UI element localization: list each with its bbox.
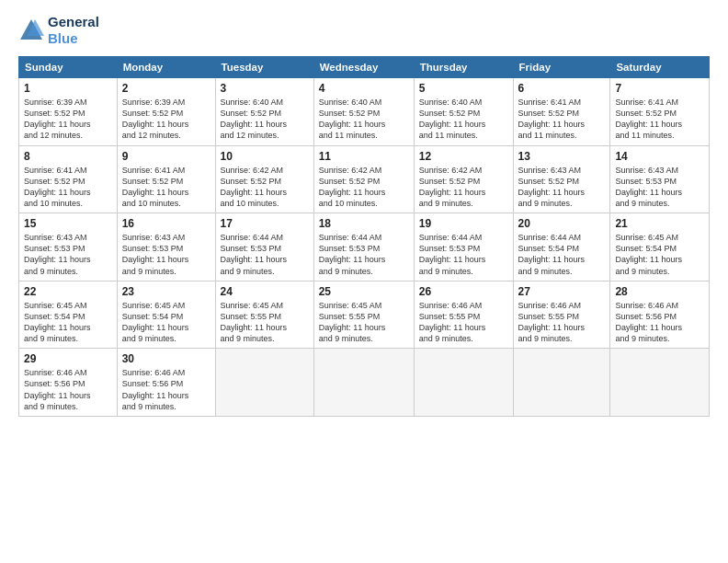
calendar-cell: 12Sunrise: 6:42 AMSunset: 5:52 PMDayligh…	[414, 145, 513, 213]
cell-info: Sunrise: 6:43 AMSunset: 5:53 PMDaylight:…	[122, 232, 210, 277]
logo: General Blue	[18, 14, 99, 47]
calendar-cell: 27Sunrise: 6:46 AMSunset: 5:55 PMDayligh…	[513, 281, 610, 349]
weekday-header-sunday: Sunday	[19, 57, 118, 78]
day-number: 2	[122, 82, 210, 95]
cell-info: Sunrise: 6:46 AMSunset: 5:56 PMDaylight:…	[24, 367, 112, 412]
calendar-cell	[313, 349, 414, 417]
day-number: 11	[319, 150, 409, 163]
calendar-cell	[513, 349, 610, 417]
day-number: 17	[221, 217, 309, 230]
calendar-cell: 10Sunrise: 6:42 AMSunset: 5:52 PMDayligh…	[215, 145, 313, 213]
weekday-header-tuesday: Tuesday	[215, 57, 313, 78]
calendar-cell: 30Sunrise: 6:46 AMSunset: 5:56 PMDayligh…	[117, 349, 215, 417]
cell-info: Sunrise: 6:44 AMSunset: 5:54 PMDaylight:…	[518, 232, 606, 277]
calendar-cell: 14Sunrise: 6:43 AMSunset: 5:53 PMDayligh…	[610, 145, 710, 213]
cell-info: Sunrise: 6:42 AMSunset: 5:52 PMDaylight:…	[319, 165, 409, 210]
calendar-table: SundayMondayTuesdayWednesdayThursdayFrid…	[18, 56, 710, 417]
calendar-cell: 1Sunrise: 6:39 AMSunset: 5:52 PMDaylight…	[19, 78, 118, 146]
cell-info: Sunrise: 6:46 AMSunset: 5:55 PMDaylight:…	[518, 300, 606, 345]
cell-info: Sunrise: 6:44 AMSunset: 5:53 PMDaylight:…	[319, 232, 409, 277]
calendar-cell	[215, 349, 313, 417]
calendar-cell: 25Sunrise: 6:45 AMSunset: 5:55 PMDayligh…	[313, 281, 414, 349]
calendar-week-5: 29Sunrise: 6:46 AMSunset: 5:56 PMDayligh…	[19, 349, 710, 417]
calendar-cell: 17Sunrise: 6:44 AMSunset: 5:53 PMDayligh…	[215, 213, 313, 282]
calendar-cell: 9Sunrise: 6:41 AMSunset: 5:52 PMDaylight…	[117, 145, 215, 213]
calendar-cell: 8Sunrise: 6:41 AMSunset: 5:52 PMDaylight…	[19, 145, 118, 213]
calendar-week-2: 8Sunrise: 6:41 AMSunset: 5:52 PMDaylight…	[19, 145, 710, 213]
weekday-header-thursday: Thursday	[414, 57, 513, 78]
calendar-cell: 19Sunrise: 6:44 AMSunset: 5:53 PMDayligh…	[414, 213, 513, 282]
calendar-cell: 15Sunrise: 6:43 AMSunset: 5:53 PMDayligh…	[19, 213, 118, 282]
cell-info: Sunrise: 6:41 AMSunset: 5:52 PMDaylight:…	[24, 165, 112, 210]
cell-info: Sunrise: 6:43 AMSunset: 5:52 PMDaylight:…	[518, 165, 606, 210]
calendar-cell: 26Sunrise: 6:46 AMSunset: 5:55 PMDayligh…	[414, 281, 513, 349]
day-number: 18	[319, 217, 409, 230]
cell-info: Sunrise: 6:45 AMSunset: 5:55 PMDaylight:…	[221, 300, 309, 345]
calendar-cell: 28Sunrise: 6:46 AMSunset: 5:56 PMDayligh…	[610, 281, 710, 349]
day-number: 20	[518, 217, 606, 230]
day-number: 9	[122, 150, 210, 163]
cell-info: Sunrise: 6:39 AMSunset: 5:52 PMDaylight:…	[122, 97, 210, 142]
calendar-cell: 4Sunrise: 6:40 AMSunset: 5:52 PMDaylight…	[313, 78, 414, 146]
calendar-cell: 3Sunrise: 6:40 AMSunset: 5:52 PMDaylight…	[215, 78, 313, 146]
cell-info: Sunrise: 6:40 AMSunset: 5:52 PMDaylight:…	[221, 97, 309, 142]
day-number: 7	[615, 82, 704, 95]
calendar-week-3: 15Sunrise: 6:43 AMSunset: 5:53 PMDayligh…	[19, 213, 710, 282]
calendar-cell: 22Sunrise: 6:45 AMSunset: 5:54 PMDayligh…	[19, 281, 118, 349]
cell-info: Sunrise: 6:46 AMSunset: 5:56 PMDaylight:…	[615, 300, 704, 345]
day-number: 25	[319, 285, 409, 298]
cell-info: Sunrise: 6:40 AMSunset: 5:52 PMDaylight:…	[419, 97, 508, 142]
day-number: 21	[615, 217, 704, 230]
cell-info: Sunrise: 6:41 AMSunset: 5:52 PMDaylight:…	[518, 97, 606, 142]
calendar-week-4: 22Sunrise: 6:45 AMSunset: 5:54 PMDayligh…	[19, 281, 710, 349]
cell-info: Sunrise: 6:43 AMSunset: 5:53 PMDaylight:…	[24, 232, 112, 277]
weekday-header-saturday: Saturday	[610, 57, 710, 78]
calendar-cell: 21Sunrise: 6:45 AMSunset: 5:54 PMDayligh…	[610, 213, 710, 282]
cell-info: Sunrise: 6:44 AMSunset: 5:53 PMDaylight:…	[419, 232, 508, 277]
calendar-cell	[414, 349, 513, 417]
cell-info: Sunrise: 6:45 AMSunset: 5:54 PMDaylight:…	[122, 300, 210, 345]
page: General Blue SundayMondayTuesdayWednesda…	[0, 0, 728, 563]
day-number: 10	[221, 150, 309, 163]
day-number: 16	[122, 217, 210, 230]
cell-info: Sunrise: 6:41 AMSunset: 5:52 PMDaylight:…	[122, 165, 210, 210]
cell-info: Sunrise: 6:44 AMSunset: 5:53 PMDaylight:…	[221, 232, 309, 277]
calendar-cell: 29Sunrise: 6:46 AMSunset: 5:56 PMDayligh…	[19, 349, 118, 417]
day-number: 19	[419, 217, 508, 230]
cell-info: Sunrise: 6:46 AMSunset: 5:56 PMDaylight:…	[122, 367, 210, 412]
calendar-body: 1Sunrise: 6:39 AMSunset: 5:52 PMDaylight…	[19, 78, 710, 417]
logo-text: General Blue	[48, 14, 99, 47]
day-number: 3	[221, 82, 309, 95]
day-number: 23	[122, 285, 210, 298]
day-number: 27	[518, 285, 606, 298]
calendar-cell	[610, 349, 710, 417]
day-number: 1	[24, 82, 112, 95]
day-number: 29	[24, 352, 112, 365]
calendar-header-row: SundayMondayTuesdayWednesdayThursdayFrid…	[19, 57, 710, 78]
calendar-cell: 20Sunrise: 6:44 AMSunset: 5:54 PMDayligh…	[513, 213, 610, 282]
calendar-cell: 23Sunrise: 6:45 AMSunset: 5:54 PMDayligh…	[117, 281, 215, 349]
header: General Blue	[18, 14, 710, 47]
calendar-cell: 5Sunrise: 6:40 AMSunset: 5:52 PMDaylight…	[414, 78, 513, 146]
day-number: 22	[24, 285, 112, 298]
day-number: 13	[518, 150, 606, 163]
cell-info: Sunrise: 6:39 AMSunset: 5:52 PMDaylight:…	[24, 97, 112, 142]
cell-info: Sunrise: 6:40 AMSunset: 5:52 PMDaylight:…	[319, 97, 409, 142]
calendar-cell: 11Sunrise: 6:42 AMSunset: 5:52 PMDayligh…	[313, 145, 414, 213]
cell-info: Sunrise: 6:41 AMSunset: 5:52 PMDaylight:…	[615, 97, 704, 142]
day-number: 8	[24, 150, 112, 163]
cell-info: Sunrise: 6:42 AMSunset: 5:52 PMDaylight:…	[221, 165, 309, 210]
day-number: 14	[615, 150, 704, 163]
day-number: 5	[419, 82, 508, 95]
calendar-cell: 13Sunrise: 6:43 AMSunset: 5:52 PMDayligh…	[513, 145, 610, 213]
day-number: 28	[615, 285, 704, 298]
cell-info: Sunrise: 6:45 AMSunset: 5:54 PMDaylight:…	[24, 300, 112, 345]
day-number: 12	[419, 150, 508, 163]
logo-icon	[18, 17, 44, 43]
cell-info: Sunrise: 6:46 AMSunset: 5:55 PMDaylight:…	[419, 300, 508, 345]
day-number: 6	[518, 82, 606, 95]
weekday-header-monday: Monday	[117, 57, 215, 78]
calendar-cell: 7Sunrise: 6:41 AMSunset: 5:52 PMDaylight…	[610, 78, 710, 146]
weekday-header-friday: Friday	[513, 57, 610, 78]
cell-info: Sunrise: 6:43 AMSunset: 5:53 PMDaylight:…	[615, 165, 704, 210]
